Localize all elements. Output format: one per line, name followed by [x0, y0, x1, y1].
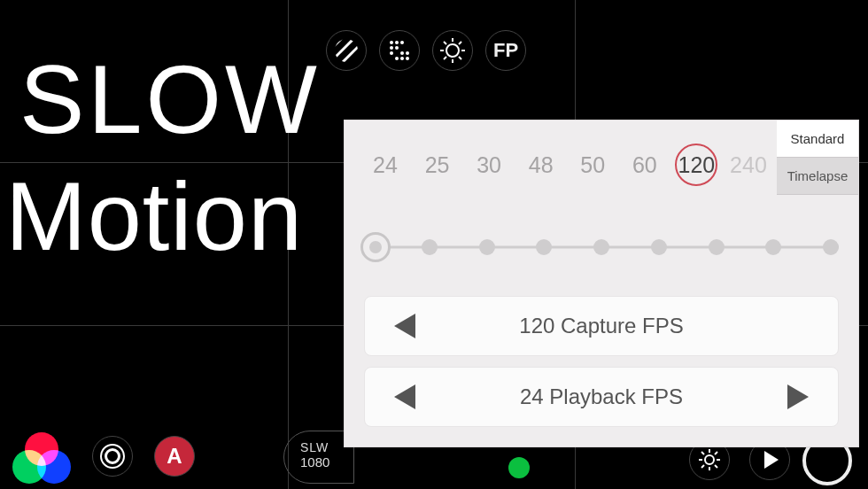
- svg-point-6: [390, 41, 393, 44]
- sun-icon[interactable]: [432, 30, 473, 71]
- slider-node: [651, 239, 667, 255]
- svg-line-34: [701, 465, 704, 468]
- slider-nodes: [364, 234, 839, 260]
- playback-fps-decrease[interactable]: [365, 384, 445, 409]
- svg-point-13: [406, 51, 409, 55]
- playback-fps-card: 24 Playback FPS: [364, 367, 839, 427]
- svg-point-7: [395, 41, 399, 44]
- mode-line2: 1080: [300, 454, 350, 470]
- svg-line-31: [701, 452, 704, 454]
- rgb-channels-button[interactable]: [12, 432, 71, 480]
- false-color-dots-icon: [388, 39, 411, 62]
- svg-point-8: [400, 41, 404, 44]
- slider-node: [422, 239, 438, 255]
- fps-option-48[interactable]: 48: [520, 152, 562, 178]
- fps-option-30[interactable]: 30: [468, 152, 510, 178]
- title-line-2: Motion: [5, 159, 303, 272]
- playback-fps-label: 24 Playback FPS: [445, 384, 758, 409]
- slider-node: [536, 239, 552, 255]
- slider-node: [479, 239, 495, 255]
- tab-standard[interactable]: Standard: [777, 120, 858, 158]
- dots-grid-icon[interactable]: [379, 30, 420, 71]
- slider-node: [765, 239, 781, 255]
- svg-point-11: [390, 51, 393, 55]
- svg-point-10: [395, 46, 399, 50]
- svg-line-23: [459, 57, 461, 59]
- svg-line-32: [715, 465, 717, 468]
- capture-fps-decrease[interactable]: [365, 314, 445, 338]
- playback-slider[interactable]: [364, 234, 839, 260]
- settings-icon: [697, 447, 722, 472]
- tab-timelapse-label: Timelapse: [787, 168, 849, 183]
- playback-fps-increase[interactable]: [758, 384, 838, 409]
- play-icon: [764, 451, 779, 469]
- fp-label: FP: [493, 39, 518, 62]
- fps-panel: Standard Timelapse 24 25 30 48 50 60 120…: [344, 120, 859, 447]
- svg-line-24: [459, 42, 461, 44]
- svg-point-14: [395, 57, 399, 60]
- fps-option-60[interactable]: 60: [624, 152, 666, 178]
- mode-line1: SLW: [300, 440, 350, 454]
- fps-option-50[interactable]: 50: [571, 152, 614, 178]
- focus-ring-icon: [105, 448, 120, 464]
- zebra-icon[interactable]: [326, 30, 367, 71]
- top-icon-row: FP: [326, 30, 526, 71]
- fps-option-240: 240: [727, 152, 770, 178]
- slider-thumb[interactable]: [360, 232, 391, 262]
- svg-point-9: [390, 46, 393, 50]
- svg-line-22: [444, 42, 446, 44]
- svg-line-25: [444, 57, 446, 59]
- right-arrow-icon: [787, 384, 809, 409]
- panel-tabs: Standard Timelapse: [777, 120, 858, 195]
- left-arrow-icon: [394, 384, 415, 409]
- svg-line-33: [715, 452, 717, 454]
- svg-point-17: [446, 44, 459, 57]
- fps-option-25[interactable]: 25: [416, 152, 459, 178]
- capture-fps-label: 120 Capture FPS: [445, 314, 758, 338]
- fps-option-120[interactable]: 120: [675, 144, 717, 186]
- tab-standard-label: Standard: [791, 131, 845, 146]
- app-root: SLOW Motion: [0, 0, 868, 489]
- bottom-left-controls: A: [12, 432, 195, 480]
- svg-point-15: [400, 57, 404, 60]
- auto-a-button[interactable]: A: [154, 436, 195, 477]
- slider-node: [593, 239, 609, 255]
- blue-channel-icon: [37, 450, 71, 484]
- tab-timelapse[interactable]: Timelapse: [777, 158, 858, 195]
- brightness-icon: [439, 37, 466, 64]
- auto-a-label: A: [167, 444, 182, 469]
- zebra-stripes-icon: [333, 37, 360, 64]
- focus-peaking-button[interactable]: [92, 436, 133, 477]
- svg-point-16: [406, 57, 409, 60]
- fps-value-row: 24 25 30 48 50 60 120 240: [364, 144, 770, 186]
- svg-point-12: [400, 51, 404, 55]
- title-line-1: SLOW: [19, 43, 321, 155]
- fps-option-24[interactable]: 24: [364, 152, 407, 178]
- svg-point-26: [705, 455, 714, 464]
- slider-node: [709, 239, 725, 255]
- capture-fps-card: 120 Capture FPS: [364, 296, 839, 356]
- left-arrow-icon: [394, 314, 415, 338]
- slider-node: [823, 239, 839, 255]
- green-indicator-icon: [508, 457, 530, 478]
- fp-icon[interactable]: FP: [485, 30, 526, 71]
